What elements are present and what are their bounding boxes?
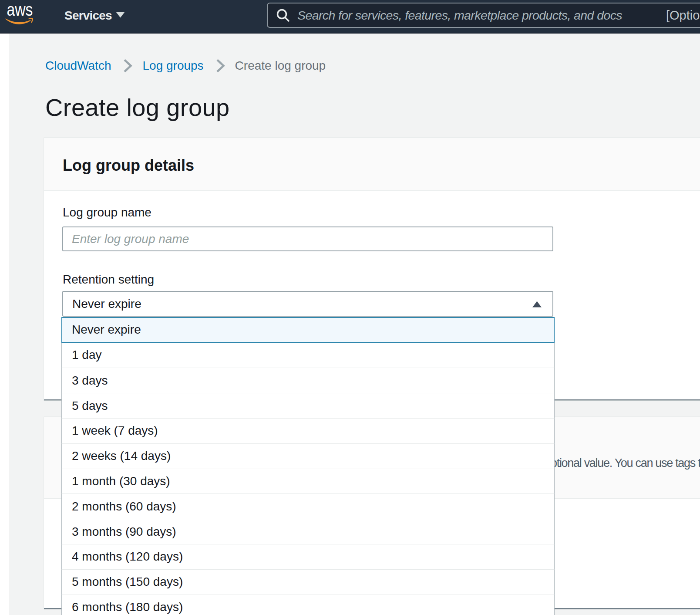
retention-select[interactable]: Never expire — [62, 291, 553, 317]
retention-option[interactable]: 1 month (30 days) — [61, 469, 555, 494]
retention-option[interactable]: 6 months (180 days) — [61, 595, 555, 615]
breadcrumb-current: Create log group — [235, 59, 326, 73]
retention-select-value: Never expire — [72, 297, 141, 311]
retention-option[interactable]: 5 months (150 days) — [61, 569, 555, 595]
retention-option[interactable]: Never expire — [61, 317, 555, 343]
retention-option[interactable]: 3 months (90 days) — [61, 519, 555, 544]
page-title: Create log group — [45, 93, 230, 122]
search-box[interactable]: Search for services, features, marketpla… — [267, 3, 700, 28]
retention-option[interactable]: 1 day — [61, 343, 555, 368]
retention-option[interactable]: 1 week (7 days) — [61, 418, 555, 443]
caret-up-icon — [532, 300, 542, 308]
log-group-name-input[interactable] — [62, 226, 553, 251]
breadcrumb-chevron-icon — [123, 58, 133, 73]
tags-description: ptional value. You can use tags t — [551, 456, 700, 470]
breadcrumb: CloudWatch Log groups Create log group — [45, 58, 326, 73]
search-placeholder: Search for services, features, marketpla… — [297, 8, 700, 23]
top-navigation: aws Services Search for services, featur… — [0, 0, 700, 34]
breadcrumb-chevron-icon — [215, 58, 225, 73]
left-strip — [0, 34, 9, 615]
retention-option[interactable]: 2 months (60 days) — [61, 493, 555, 519]
aws-logo-text: aws — [7, 3, 33, 20]
breadcrumb-log-groups[interactable]: Log groups — [142, 59, 203, 73]
aws-logo[interactable]: aws — [5, 3, 37, 25]
search-shortcut-hint: [Option+S] — [666, 3, 700, 27]
log-group-details-title: Log group details — [63, 156, 194, 175]
retention-option[interactable]: 2 weeks (14 days) — [61, 443, 555, 469]
retention-option[interactable]: 5 days — [61, 393, 555, 418]
log-group-details-header: Log group details — [44, 138, 700, 191]
retention-option[interactable]: 4 months (120 days) — [61, 544, 555, 569]
retention-option[interactable]: 3 days — [61, 368, 555, 393]
retention-setting-label: Retention setting — [63, 273, 154, 287]
log-group-name-label: Log group name — [63, 206, 151, 220]
breadcrumb-cloudwatch[interactable]: CloudWatch — [45, 59, 111, 73]
services-caret-icon — [115, 11, 125, 18]
search-icon — [276, 8, 290, 23]
services-menu[interactable]: Services — [64, 0, 125, 31]
retention-dropdown: Never expire 1 day 3 days 5 days 1 week … — [61, 317, 555, 615]
services-label: Services — [64, 9, 112, 23]
